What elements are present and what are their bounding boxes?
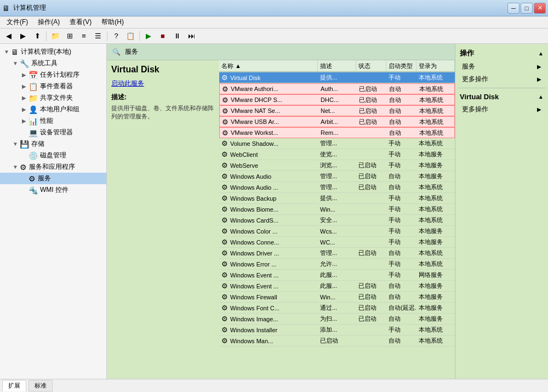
td-desc-11: 提供... xyxy=(318,193,356,203)
close-button[interactable]: ✕ xyxy=(534,3,546,14)
service-icon-18: ⚙ xyxy=(221,271,228,279)
td-login-19: 本地服务 xyxy=(416,281,455,291)
table-row[interactable]: ⚙ WebServe 浏览... 已启动 手动 本地服务 xyxy=(219,160,455,171)
menu-item-h[interactable]: 帮助(H) xyxy=(97,16,128,28)
td-desc-20: Win... xyxy=(318,292,356,302)
tree-icon-11: ⚙ xyxy=(28,174,36,183)
right-item-0-1[interactable]: 更多操作 ▶ xyxy=(458,73,546,86)
minimize-button[interactable]: ─ xyxy=(507,3,520,14)
table-row[interactable]: ⚙ Windows Biome... Win... 手动 本地系统 xyxy=(219,204,455,215)
td-name-20: ⚙ Windows Firewall xyxy=(219,292,318,302)
status-bar: 扩展 标准 xyxy=(0,379,548,392)
tree-item-8[interactable]: ▼ 💾 存储 xyxy=(0,138,106,150)
table-row[interactable]: ⚙ Windows Error ... 允许... 手动 本地系统 xyxy=(219,259,455,270)
td-desc-3: Net... xyxy=(318,106,357,116)
td-startup-1: 自动 xyxy=(387,84,417,94)
tree-expand-10: ▼ xyxy=(11,164,20,170)
tab-expand[interactable]: 扩展 xyxy=(2,380,26,391)
forward-button[interactable]: ▶ xyxy=(16,30,30,42)
tree-item-5[interactable]: ▶ 👤 本地用户和组 xyxy=(0,104,106,115)
right-item-1-0[interactable]: 更多操作 ▶ xyxy=(458,103,546,116)
tree-item-11[interactable]: ⚙ 服务 xyxy=(0,173,106,184)
stop-button[interactable]: ■ xyxy=(156,30,169,42)
table-row[interactable]: ⚙ VMware Workst... Rem... 自动 本地系统 xyxy=(219,127,455,138)
right-collapse-arrow-0[interactable]: ▲ xyxy=(538,50,544,56)
table-row[interactable]: ⚙ Windows Color ... Wcs... 手动 本地服务 xyxy=(219,226,455,237)
td-name-1: ⚙ VMware Authori... xyxy=(220,84,318,94)
table-row[interactable]: ⚙ Windows Font C... 通过... 已启动 自动(延迟... 本… xyxy=(219,303,455,314)
menu-item-v[interactable]: 查看(V) xyxy=(65,16,96,28)
tree-item-9[interactable]: 💿 磁盘管理 xyxy=(0,150,106,161)
tree-item-0[interactable]: ▼ 🖥 计算机管理(本地) xyxy=(0,46,106,58)
td-login-22: 本地服务 xyxy=(416,314,455,324)
service-name-10: Windows Audio ... xyxy=(230,184,278,191)
table-row[interactable]: ⚙ VMware Authori... Auth... 已启动 自动 本地系统 xyxy=(219,83,455,94)
right-collapse-arrow-1[interactable]: ▲ xyxy=(538,94,544,100)
service-icon-13: ⚙ xyxy=(221,216,228,224)
table-row[interactable]: ⚙ Windows Image... 为扫... 已启动 自动 本地服务 xyxy=(219,314,455,325)
table-row[interactable]: ⚙ Virtual Disk 提供... 手动 本地系统 xyxy=(219,72,455,83)
menu-item-f[interactable]: 文件(F) xyxy=(2,16,32,28)
table-row[interactable]: ⚙ Windows CardS... 安全... 手动 本地系统 xyxy=(219,215,455,226)
run-button[interactable]: ▶ xyxy=(142,30,155,42)
service-icon-6: ⚙ xyxy=(221,139,228,147)
maximize-button[interactable]: □ xyxy=(521,3,533,14)
table-row[interactable]: ⚙ Windows Driver ... 管理... 已启动 自动 本地系统 xyxy=(219,248,455,259)
td-name-3: ⚙ VMware NAT Se... xyxy=(220,106,318,116)
tree-item-4[interactable]: ▶ 📁 共享文件夹 xyxy=(0,92,106,104)
service-icon-17: ⚙ xyxy=(221,260,228,268)
table-row[interactable]: ⚙ Windows Backup 提供... 手动 本地系统 xyxy=(219,193,455,204)
up-button[interactable]: ⬆ xyxy=(31,30,44,42)
table-row[interactable]: ⚙ VMware NAT Se... Net... 已启动 自动 本地系统 xyxy=(219,105,455,116)
th-desc[interactable]: 描述 xyxy=(318,60,356,71)
help-button[interactable]: ? xyxy=(110,30,123,42)
tree-item-12[interactable]: 🔩 WMI 控件 xyxy=(0,184,106,196)
tree-item-1[interactable]: ▼ 🔧 系统工具 xyxy=(0,58,106,69)
right-item-0-0[interactable]: 服务 ▶ xyxy=(458,60,546,73)
tree-item-6[interactable]: ▶ 📊 性能 xyxy=(0,115,106,127)
services-header: 🔍 服务 xyxy=(107,44,455,60)
table-row[interactable]: ⚙ Windows Firewall Win... 已启动 自动 本地服务 xyxy=(219,292,455,303)
back-button[interactable]: ◀ xyxy=(2,30,15,42)
list-button[interactable]: ≡ xyxy=(77,30,90,42)
menu-item-a[interactable]: 操作(A) xyxy=(33,16,64,28)
table-header: 名称 ▲ 描述 状态 启动类型 登录为 xyxy=(219,60,455,72)
service-icon-11: ⚙ xyxy=(221,194,228,202)
large-icons-button[interactable]: ⊞ xyxy=(63,30,76,42)
properties-button[interactable]: 📋 xyxy=(124,30,137,42)
resume-button[interactable]: ⏭ xyxy=(185,30,198,42)
table-row[interactable]: ⚙ Volume Shadow... 管理... 手动 本地系统 xyxy=(219,138,455,149)
main-layout: ▼ 🖥 计算机管理(本地) ▼ 🔧 系统工具 ▶ 📅 任务计划程序 ▶ 📋 事件… xyxy=(0,44,548,379)
td-startup-14: 手动 xyxy=(386,226,416,236)
table-row[interactable]: ⚙ VMware USB Ar... Arbit... 已启动 自动 本地系统 xyxy=(219,116,455,127)
th-startup[interactable]: 启动类型 xyxy=(386,60,416,71)
th-name[interactable]: 名称 ▲ xyxy=(219,60,318,71)
th-login[interactable]: 登录为 xyxy=(416,60,455,71)
show-hide-button[interactable]: 📁 xyxy=(49,30,62,42)
table-row[interactable]: ⚙ Windows Conne... WC... 手动 本地服务 xyxy=(219,237,455,248)
service-icon-19: ⚙ xyxy=(221,282,228,290)
table-row[interactable]: ⚙ Windows Man... 已启动 自动 本地系统 xyxy=(219,336,455,346)
tree-item-7[interactable]: 💻 设备管理器 xyxy=(0,127,106,138)
app-icon: 🖥 xyxy=(2,4,10,13)
start-service-link[interactable]: 启动此服务 xyxy=(111,79,215,88)
td-login-12: 本地系统 xyxy=(416,204,455,214)
table-row[interactable]: ⚙ WebClient 使览... 手动 本地服务 xyxy=(219,149,455,160)
tree-item-2[interactable]: ▶ 📅 任务计划程序 xyxy=(0,69,106,81)
pause-button[interactable]: ⏸ xyxy=(170,30,184,42)
tree-item-3[interactable]: ▶ 📋 事件查看器 xyxy=(0,81,106,92)
th-status[interactable]: 状态 xyxy=(356,60,386,71)
table-row[interactable]: ⚙ Windows Event ... 此服... 已启动 自动 本地服务 xyxy=(219,281,455,292)
detail-button[interactable]: ☰ xyxy=(92,30,105,42)
table-row[interactable]: ⚙ Windows Audio ... 管理... 已启动 自动 本地系统 xyxy=(219,182,455,193)
tab-standard[interactable]: 标准 xyxy=(28,380,53,391)
tree-item-10[interactable]: ▼ ⚙ 服务和应用程序 xyxy=(0,161,106,173)
table-row[interactable]: ⚙ Windows Audio 管理... 已启动 自动 本地服务 xyxy=(219,171,455,182)
tree-icon-6: 📊 xyxy=(28,117,38,126)
td-desc-17: 允许... xyxy=(318,259,356,269)
table-row[interactable]: ⚙ Windows Event ... 此服... 手动 网络服务 xyxy=(219,270,455,281)
table-row[interactable]: ⚙ VMware DHCP S... DHC... 已启动 自动 本地系统 xyxy=(219,94,455,105)
table-row[interactable]: ⚙ Windows Installer 添加... 手动 本地系统 xyxy=(219,325,455,336)
right-section-title-1: Virtual Disk ▲ xyxy=(458,90,546,103)
td-name-15: ⚙ Windows Conne... xyxy=(219,237,318,247)
